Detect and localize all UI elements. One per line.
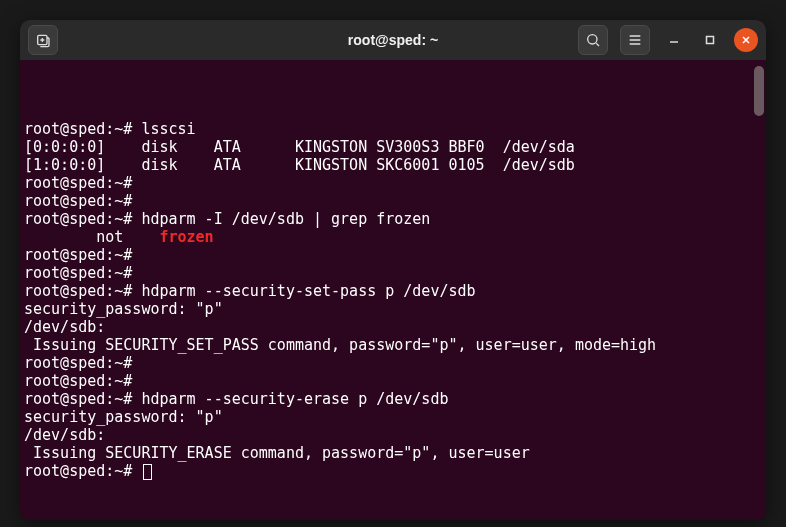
prompt-user: root@sped [24,282,105,300]
cursor [143,464,152,480]
prompt-separator: : [105,462,114,480]
terminal-body[interactable]: root@sped:~# lsscsi[0:0:0:0] disk ATA KI… [20,60,766,520]
prompt-path: ~ [114,264,123,282]
terminal-line: root@sped:~# hdparm --security-erase p /… [24,390,762,408]
prompt-symbol: # [123,174,132,192]
prompt-path: ~ [114,174,123,192]
prompt-symbol: # [123,192,132,210]
prompt-user: root@sped [24,174,105,192]
scrollbar-thumb[interactable] [754,66,764,116]
prompt-separator: : [105,354,114,372]
output-text: /dev/sdb: [24,318,105,336]
prompt-separator: : [105,246,114,264]
minimize-button[interactable] [662,28,686,52]
terminal-line: security_password: "p" [24,408,762,426]
terminal-line: root@sped:~# [24,246,762,264]
output-text: not [24,228,159,246]
prompt-symbol: # [123,120,132,138]
terminal-line: root@sped:~# lsscsi [24,120,762,138]
prompt-separator: : [105,390,114,408]
prompt-user: root@sped [24,246,105,264]
terminal-line: security_password: "p" [24,300,762,318]
prompt-path: ~ [114,462,123,480]
prompt-symbol: # [123,246,132,264]
prompt-user: root@sped [24,372,105,390]
terminal-window: root@sped: ~ root@sped:~# lsscsi[0:0:0:0… [20,20,766,520]
prompt-path: ~ [114,282,123,300]
prompt-path: ~ [114,390,123,408]
highlighted-text: frozen [159,228,213,246]
output-text: security_password: "p" [24,408,223,426]
window-title: root@sped: ~ [348,32,438,48]
terminal-line: not frozen [24,228,762,246]
maximize-button[interactable] [698,28,722,52]
prompt-path: ~ [114,246,123,264]
prompt-user: root@sped [24,192,105,210]
output-text: [0:0:0:0] disk ATA KINGSTON SV300S3 BBF0… [24,138,575,156]
terminal-line: /dev/sdb: [24,318,762,336]
terminal-line: root@sped:~# [24,192,762,210]
prompt-separator: : [105,120,114,138]
prompt-separator: : [105,264,114,282]
terminal-line: /dev/sdb: [24,426,762,444]
prompt-path: ~ [114,210,123,228]
prompt-user: root@sped [24,120,105,138]
output-text: Issuing SECURITY_ERASE command, password… [24,444,530,462]
terminal-line: root@sped:~# [24,372,762,390]
terminal-line: Issuing SECURITY_ERASE command, password… [24,444,762,462]
output-text: /dev/sdb: [24,426,105,444]
terminal-line: Issuing SECURITY_SET_PASS command, passw… [24,336,762,354]
svg-rect-2 [707,37,714,44]
menu-button[interactable] [620,25,650,55]
output-text: security_password: "p" [24,300,223,318]
prompt-symbol: # [123,210,132,228]
terminal-line: root@sped:~# hdparm -I /dev/sdb | grep f… [24,210,762,228]
prompt-separator: : [105,192,114,210]
command-text: hdparm --security-set-pass p /dev/sdb [141,282,475,300]
prompt-user: root@sped [24,264,105,282]
command-text: hdparm --security-erase p /dev/sdb [141,390,448,408]
prompt-separator: : [105,210,114,228]
prompt-symbol: # [123,462,132,480]
prompt-path: ~ [114,354,123,372]
prompt-path: ~ [114,372,123,390]
terminal-line: root@sped:~# hdparm --security-set-pass … [24,282,762,300]
output-text: Issuing SECURITY_SET_PASS command, passw… [24,336,656,354]
prompt-separator: : [105,282,114,300]
prompt-symbol: # [123,354,132,372]
prompt-symbol: # [123,372,132,390]
prompt-path: ~ [114,120,123,138]
terminal-line: root@sped:~# [24,264,762,282]
prompt-user: root@sped [24,210,105,228]
prompt-user: root@sped [24,390,105,408]
prompt-path: ~ [114,192,123,210]
command-text: hdparm -I /dev/sdb | grep frozen [141,210,430,228]
terminal-line: root@sped:~# [24,354,762,372]
search-button[interactable] [578,25,608,55]
svg-point-1 [588,35,597,44]
prompt-symbol: # [123,264,132,282]
command-text: lsscsi [141,120,195,138]
prompt-user: root@sped [24,354,105,372]
terminal-line: root@sped:~# [24,462,762,480]
prompt-separator: : [105,372,114,390]
close-button[interactable] [734,28,758,52]
prompt-symbol: # [123,390,132,408]
prompt-symbol: # [123,282,132,300]
titlebar: root@sped: ~ [20,20,766,60]
output-text: [1:0:0:0] disk ATA KINGSTON SKC6001 0105… [24,156,575,174]
prompt-user: root@sped [24,462,105,480]
prompt-separator: : [105,174,114,192]
terminal-line: [0:0:0:0] disk ATA KINGSTON SV300S3 BBF0… [24,138,762,156]
new-tab-button[interactable] [28,25,58,55]
terminal-line: root@sped:~# [24,174,762,192]
terminal-line: [1:0:0:0] disk ATA KINGSTON SKC6001 0105… [24,156,762,174]
